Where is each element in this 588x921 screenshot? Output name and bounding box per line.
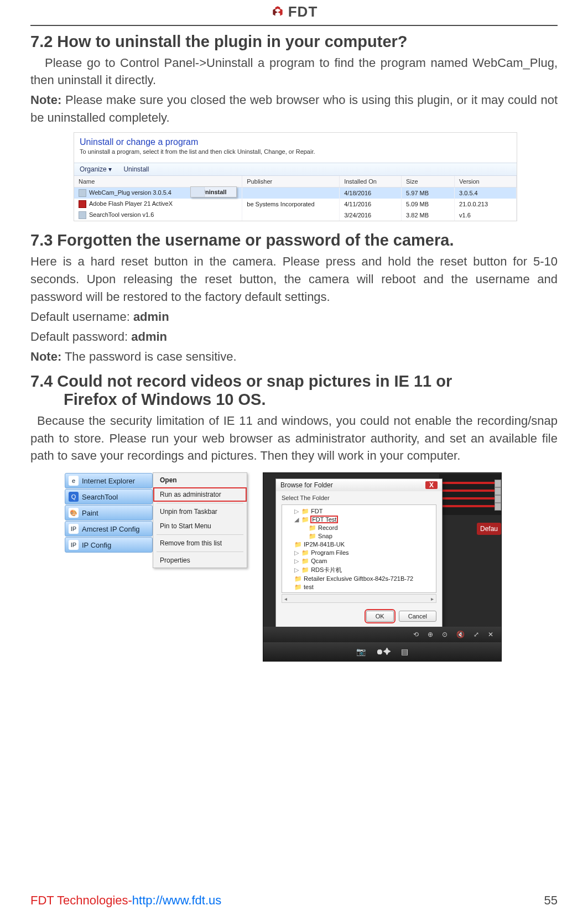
ipconfig-icon: IP — [69, 540, 79, 550]
cp-sub: To uninstall a program, select it from t… — [74, 148, 517, 163]
value: admin — [131, 330, 167, 344]
folder-icon: 📁 — [301, 549, 309, 556]
folder-icon: 📁 — [294, 541, 302, 548]
section-7-2-p1: Please go to Control Panel->Uninstall a … — [30, 54, 558, 90]
cell: SearchTool version v1.6 — [89, 211, 154, 218]
folder-icon: 📁 — [301, 508, 309, 514]
dialog-titlebar: Browse for Folder X — [276, 479, 442, 491]
menu-pin-start[interactable]: Pin to Start Menu — [153, 519, 247, 533]
footer-left: FDT Technologies-http://www.fdt.us — [30, 893, 221, 908]
section-7-3-p1: Here is a hard reset button in the camer… — [30, 253, 558, 306]
default-password: Default password: admin — [30, 328, 558, 346]
col-version[interactable]: Version — [455, 176, 517, 188]
close-icon[interactable]: X — [425, 481, 438, 489]
table-row[interactable]: WebCam_Plug version 3.0.5.4 Uninstall 4/… — [74, 188, 517, 199]
title-line2: Firefox of Windows 10 OS. — [30, 391, 558, 409]
folder-selected[interactable]: FDT Test — [311, 516, 337, 523]
label: SearchTool — [82, 493, 118, 501]
circle-icon[interactable]: ⊙ — [442, 631, 447, 638]
section-7-3-title: 7.3 Forgotten the username or password o… — [30, 231, 558, 249]
cancel-button[interactable]: Cancel — [399, 611, 436, 622]
col-installed[interactable]: Installed On — [340, 176, 402, 188]
sd-icon[interactable]: ▤ — [401, 647, 408, 656]
cell: 21.0.0.213 — [455, 199, 517, 210]
cell — [242, 210, 340, 221]
folder[interactable]: Snap — [318, 533, 332, 539]
taskbar: eInternet Explorer QSearchTool 🎨Paint IP… — [65, 472, 153, 553]
cell — [242, 188, 340, 199]
slider[interactable] — [443, 490, 498, 492]
taskbar-item[interactable]: IPIP Config — [65, 537, 153, 553]
folder[interactable]: Record — [318, 524, 337, 531]
folder-icon: 📁 — [301, 516, 309, 523]
taskbar-area: eInternet Explorer QSearchTool 🎨Paint IP… — [65, 472, 247, 662]
loop-icon[interactable]: ⟲ — [413, 631, 419, 638]
section-7-2-title: 7.2 How to uninstall the plugin in your … — [30, 33, 558, 51]
cell: v1.6 — [455, 210, 517, 221]
col-size[interactable]: Size — [402, 176, 455, 188]
menu-remove[interactable]: Remove from this list — [153, 536, 247, 550]
snapshot-icon[interactable]: 📷 — [356, 647, 366, 656]
mute-icon[interactable]: 🔇 — [456, 631, 465, 638]
folder-icon: 📁 — [294, 575, 302, 582]
taskbar-item[interactable]: IPAmcrest IP Config — [65, 521, 153, 537]
folder[interactable]: test — [304, 584, 314, 590]
dialog-title: Browse for Folder — [280, 481, 333, 489]
record-icon[interactable]: ⏺✦ — [376, 647, 391, 656]
image-sliders — [439, 474, 501, 515]
col-name[interactable]: Name — [74, 176, 242, 188]
brand-logo: FDT — [270, 3, 318, 20]
menu-open[interactable]: Open — [153, 473, 247, 487]
settings-icon[interactable]: ✕ — [488, 631, 493, 638]
menu-separator — [157, 551, 243, 552]
col-publisher[interactable]: Publisher — [242, 176, 340, 188]
uninstall-button[interactable]: Uninstall — [123, 165, 149, 173]
default-username: Default username: admin — [30, 308, 558, 326]
circle-icon[interactable]: ⊕ — [428, 631, 433, 638]
slider[interactable] — [443, 497, 498, 499]
table-row[interactable]: Adobe Flash Player 21 ActiveX be Systems… — [74, 199, 517, 210]
paint-icon: 🎨 — [69, 508, 79, 518]
label: IP Config — [82, 541, 111, 549]
organize-button[interactable]: Organize ▾ — [80, 165, 112, 173]
slider[interactable] — [443, 482, 498, 484]
folder[interactable]: RDS卡片机 — [311, 566, 342, 573]
h-scrollbar[interactable]: ◂▸ — [282, 594, 436, 603]
run-as-admin-screenshot: eInternet Explorer QSearchTool 🎨Paint IP… — [65, 472, 558, 662]
ie-icon: e — [69, 476, 79, 486]
slider[interactable] — [443, 505, 498, 507]
taskbar-item[interactable]: eInternet Explorer — [65, 473, 153, 488]
cell: 3/24/2016 — [340, 210, 402, 221]
menu-unpin[interactable]: Unpin from Taskbar — [153, 504, 247, 519]
camera-ui: Defau Browse for Folder X Select The Fol… — [263, 472, 502, 662]
folder-tree[interactable]: ▷ 📁 FDT ◢ 📁 FDT Test 📁 Record 📁 Snap 📁 I… — [282, 504, 436, 593]
ok-button[interactable]: OK — [366, 611, 394, 622]
section-7-4-title: 7.4 Could not record videos or snap pict… — [30, 372, 558, 409]
label: Amcrest IP Config — [82, 525, 140, 533]
browse-folder-dialog: Browse for Folder X Select The Folder ▷ … — [275, 478, 443, 628]
menu-properties[interactable]: Properties — [153, 553, 247, 568]
brand-icon — [270, 5, 285, 19]
note-label: Note: — [30, 350, 61, 363]
menu-run-as-admin[interactable]: Run as administrator — [153, 487, 247, 502]
header-rule — [30, 25, 558, 26]
ctx-uninstall[interactable]: Uninstall — [191, 187, 236, 197]
cell: Adobe Flash Player 21 ActiveX — [89, 200, 173, 207]
control-panel-screenshot: Uninstall or change a program To uninsta… — [74, 132, 517, 221]
folder[interactable]: Program Files — [311, 549, 348, 556]
cp-toolbar: Organize ▾ Uninstall — [74, 163, 517, 176]
taskbar-item[interactable]: QSearchTool — [65, 489, 153, 504]
dialog-buttons: OK Cancel — [276, 606, 442, 627]
table-row[interactable]: SearchTool version v1.6 3/24/2016 3.82 M… — [74, 210, 517, 221]
section-7-2-note: Note: Please make sure you closed the we… — [30, 91, 558, 127]
default-button[interactable]: Defau — [477, 523, 501, 535]
folder[interactable]: Qcam — [311, 558, 327, 564]
folder[interactable]: Retailer Exclusive Giftbox-842s-721B-72 — [304, 575, 413, 582]
expand-icon[interactable]: ⤢ — [473, 631, 479, 638]
dialog-label: Select The Folder — [276, 491, 442, 504]
folder[interactable]: IP2M-841B-UK — [304, 541, 345, 548]
folder[interactable]: FDT — [311, 508, 322, 514]
taskbar-item[interactable]: 🎨Paint — [65, 505, 153, 521]
context-menu: Uninstall — [190, 186, 237, 197]
ipconfig-icon: IP — [69, 524, 79, 534]
